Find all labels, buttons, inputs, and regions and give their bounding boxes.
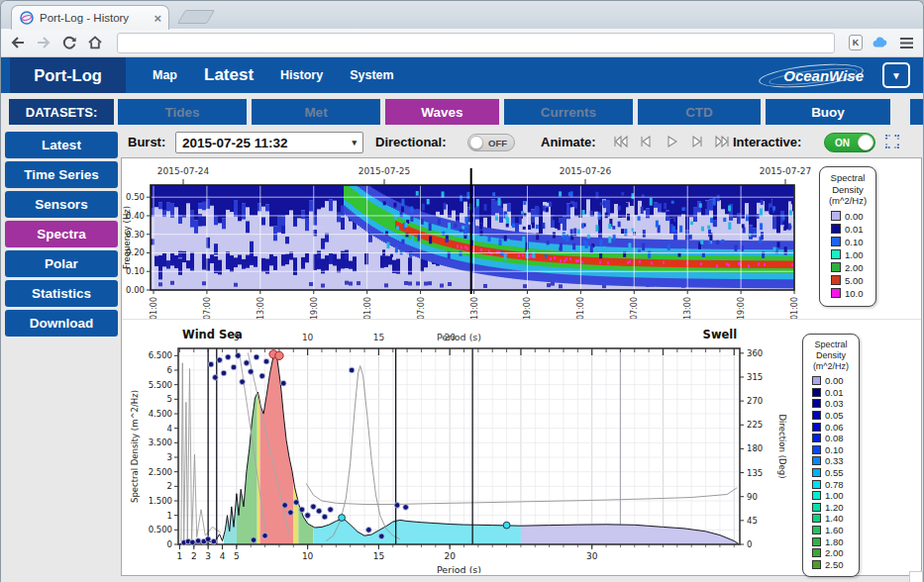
legend-entry: 2.50 xyxy=(808,558,854,570)
directional-toggle[interactable]: OFF xyxy=(467,134,515,151)
sidebar-item-download[interactable]: Download xyxy=(5,310,118,337)
legend-value: 0.10 xyxy=(845,237,864,247)
tick-label: 19:00 xyxy=(737,297,746,319)
oceanwise-logo: OceanWise xyxy=(759,63,870,89)
tick-label: 180 xyxy=(747,443,763,453)
direction-point xyxy=(378,534,384,539)
spectrum-section: 5101520Wind SeaPeriod (s)Swell1234510152… xyxy=(122,320,921,574)
skip-to-start-icon xyxy=(611,135,629,148)
sidebar-item-statistics[interactable]: Statistics xyxy=(5,280,118,307)
browser-toolbar: K xyxy=(1,29,923,57)
sidebar-item-latest[interactable]: Latest xyxy=(5,132,118,158)
forward-icon[interactable] xyxy=(36,35,51,50)
reload-icon[interactable] xyxy=(61,35,77,50)
legend-swatch-icon xyxy=(831,224,841,234)
legend-swatch-icon xyxy=(812,468,821,477)
select-arrow-icon: ▾ xyxy=(352,138,357,147)
sidebar: LatestTime SeriesSensorsSpectraPolarStat… xyxy=(5,132,118,340)
legend-swatch-icon xyxy=(831,262,841,272)
tick-label: Wind Sea xyxy=(182,328,243,341)
tick-label: 4 xyxy=(167,424,172,434)
toggle-state-label: ON xyxy=(835,138,850,148)
browser-window: Port-Log - History × K Port-Log MapLates… xyxy=(0,0,924,582)
legend-value: 0.33 xyxy=(825,455,844,466)
navbar-dropdown-button[interactable]: ▼ xyxy=(882,62,910,88)
legend-title: Spectral Density (m^2/Hz) xyxy=(825,172,871,207)
legend-value: 1.20 xyxy=(825,502,844,513)
sidebar-item-sensors[interactable]: Sensors xyxy=(5,191,118,218)
animate-skip-to-end-button[interactable] xyxy=(713,134,733,149)
legend-entry: 0.33 xyxy=(808,455,854,467)
fullscreen-icon[interactable] xyxy=(885,135,900,149)
tick-label: Period (s) xyxy=(437,332,481,342)
interactive-toggle[interactable]: ON xyxy=(824,133,875,152)
legend-swatch-icon xyxy=(812,514,821,523)
extension-k-icon[interactable]: K xyxy=(849,35,863,50)
play-icon xyxy=(663,135,680,148)
direction-point xyxy=(349,367,355,373)
dataset-button-buoy[interactable]: Buoy xyxy=(766,99,890,125)
burst-select[interactable]: 2015-07-25 11:32 ▾ xyxy=(175,132,363,153)
new-tab-button[interactable] xyxy=(177,10,215,24)
legend-value: 2.00 xyxy=(845,262,864,273)
app-navbar: Port-Log MapLatestHistorySystem OceanWis… xyxy=(1,57,923,93)
sidebar-item-polar[interactable]: Polar xyxy=(5,250,118,277)
sidebar-item-time-series[interactable]: Time Series xyxy=(5,161,118,188)
back-icon[interactable] xyxy=(10,35,26,50)
tick-label: 07:00 xyxy=(417,297,426,319)
tick-label: 30 xyxy=(586,551,598,561)
menu-icon[interactable] xyxy=(898,35,914,50)
tick-label: 225 xyxy=(747,420,763,430)
nav-item-map[interactable]: Map xyxy=(153,68,177,82)
dataset-button-ctd[interactable]: CTD xyxy=(638,99,761,125)
animate-skip-to-start-button[interactable] xyxy=(610,134,630,149)
direction-point xyxy=(299,507,305,513)
legend-entry: 0.10 xyxy=(825,236,871,248)
toggle-state-label: OFF xyxy=(488,138,507,148)
animate-step-forward-button[interactable] xyxy=(687,134,707,149)
legend-entry: 0.78 xyxy=(808,478,854,490)
legend-entry: 0.03 xyxy=(808,398,854,410)
address-bar[interactable] xyxy=(117,33,835,53)
spectrogram-section: 2015-07-242015-07-252015-07-262015-07-27… xyxy=(122,158,921,320)
step-forward-icon xyxy=(688,135,706,148)
tick-label: 2015-07-24 xyxy=(157,166,210,176)
dataset-button-met[interactable]: Met xyxy=(252,99,380,125)
direction-point xyxy=(280,380,286,386)
legend-entry: 0.06 xyxy=(808,421,854,433)
toggle-knob xyxy=(858,135,873,150)
tick-label: 2015-07-25 xyxy=(359,166,410,176)
nav-item-history[interactable]: History xyxy=(280,68,323,82)
direction-point xyxy=(263,358,269,364)
dataset-button-partial[interactable] xyxy=(910,99,924,125)
home-icon[interactable] xyxy=(87,35,103,50)
animate-step-back-button[interactable] xyxy=(636,134,656,149)
tick-label: 19:00 xyxy=(310,297,319,319)
tab-close-icon[interactable]: × xyxy=(154,12,161,25)
legend-entry: 0.55 xyxy=(808,467,854,479)
direction-point xyxy=(235,353,241,359)
tick-label: 15 xyxy=(373,333,384,342)
legend-value: 0.00 xyxy=(845,211,864,222)
browser-tab[interactable]: Port-Log - History × xyxy=(11,5,169,30)
wave-spectrum-chart[interactable]: 5101520Wind SeaPeriod (s)Swell1234510152… xyxy=(122,320,921,573)
dataset-button-currents[interactable]: Currents xyxy=(504,99,633,125)
cloud-extension-icon[interactable] xyxy=(873,35,888,50)
wave-spectrogram-chart[interactable]: 2015-07-242015-07-252015-07-262015-07-27… xyxy=(122,158,921,319)
direction-point xyxy=(316,508,322,514)
sidebar-item-spectra[interactable]: Spectra xyxy=(5,221,118,247)
app-brand[interactable]: Port-Log xyxy=(10,57,126,93)
direction-point xyxy=(221,370,227,376)
datasets-label: DATASETS: xyxy=(9,99,114,125)
legend-value: 0.05 xyxy=(825,410,844,421)
tick-label: 2 xyxy=(191,551,197,561)
animate-play-button[interactable] xyxy=(662,134,681,149)
dataset-button-waves[interactable]: Waves xyxy=(385,99,499,125)
direction-point xyxy=(262,533,268,538)
nav-item-system[interactable]: System xyxy=(350,68,393,82)
legend-entry: 2.00 xyxy=(825,261,871,274)
tick-label: Frequency (Hz) xyxy=(122,206,132,269)
dataset-button-tides[interactable]: Tides xyxy=(118,99,247,125)
nav-item-latest[interactable]: Latest xyxy=(204,65,254,85)
tick-label: 01:00 xyxy=(790,297,799,319)
